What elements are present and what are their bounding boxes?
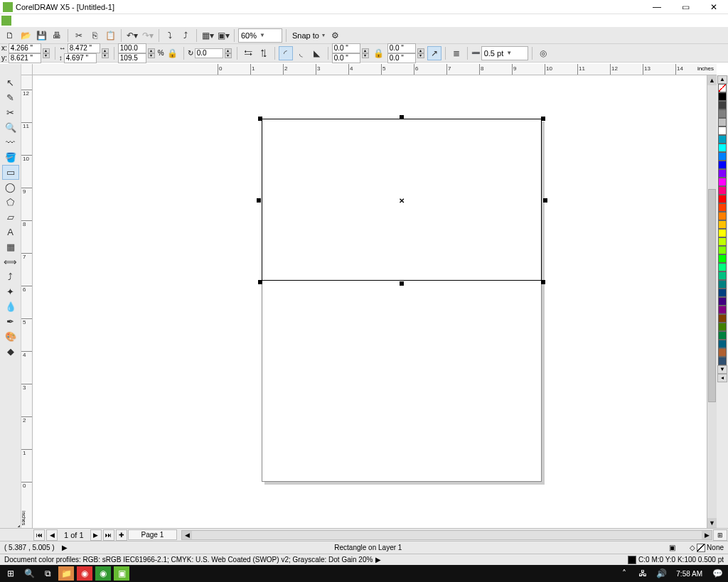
palette-flyout[interactable]: ◂ bbox=[717, 374, 727, 382]
export-button[interactable]: ⤴ bbox=[178, 28, 193, 43]
palette-scroll-up[interactable]: ▲ bbox=[717, 75, 727, 84]
action-center-icon[interactable]: 💬 bbox=[710, 566, 725, 581]
outline-tool[interactable]: ✒ bbox=[2, 314, 19, 329]
ruler-origin[interactable] bbox=[21, 64, 33, 75]
publish-pdf-button[interactable]: ▦▾ bbox=[200, 28, 215, 43]
maximize-button[interactable]: ▭ bbox=[671, 0, 700, 14]
rectangle-tool[interactable]: ▭ bbox=[2, 165, 19, 180]
handle-tm[interactable] bbox=[400, 115, 404, 119]
handle-bl[interactable] bbox=[258, 280, 262, 284]
color-swatch[interactable] bbox=[718, 186, 727, 195]
scale-y-input[interactable] bbox=[118, 53, 146, 63]
color-swatch[interactable] bbox=[718, 144, 727, 152]
color-swatch[interactable] bbox=[718, 229, 727, 237]
scallop-corner-button[interactable]: ◟ bbox=[294, 46, 309, 60]
canvas[interactable]: ✕ ▲ ▼ bbox=[33, 75, 717, 528]
vertical-scrollbar[interactable]: ▲ ▼ bbox=[707, 75, 717, 528]
c2-spin-up[interactable]: ▴ bbox=[417, 48, 424, 53]
taskbar-app-coreldraw[interactable]: ▣ bbox=[114, 566, 129, 581]
snap-to-dropdown[interactable]: Snap to ▾ bbox=[290, 28, 327, 43]
color-swatch[interactable] bbox=[718, 331, 727, 340]
zoom-combo[interactable]: 60% ▼ bbox=[238, 28, 282, 43]
taskbar-app-2[interactable]: ◉ bbox=[77, 566, 92, 581]
color-swatch[interactable] bbox=[718, 254, 727, 263]
import-button[interactable]: ⤵ bbox=[163, 28, 177, 43]
width-input[interactable] bbox=[68, 43, 100, 53]
crop-tool[interactable]: ✂ bbox=[2, 105, 19, 120]
hscroll-right[interactable]: ▶ bbox=[702, 531, 712, 539]
fill-tool[interactable]: 🎨 bbox=[2, 329, 19, 344]
no-fill-swatch[interactable] bbox=[718, 84, 727, 92]
angle-input[interactable] bbox=[195, 48, 223, 58]
connector-tool[interactable]: ⤴ bbox=[2, 269, 19, 284]
taskbar-app-1[interactable]: 📁 bbox=[58, 566, 74, 581]
tray-up-icon[interactable]: ˄ bbox=[616, 566, 632, 581]
size-spin-up[interactable]: ▴ bbox=[102, 48, 109, 53]
horizontal-scrollbar[interactable]: ◀ ▶ bbox=[181, 530, 712, 540]
print-button[interactable] bbox=[50, 28, 64, 43]
color-swatch[interactable] bbox=[718, 280, 727, 289]
shape-tool[interactable]: ✎ bbox=[2, 90, 19, 105]
scale-x-input[interactable] bbox=[118, 43, 146, 53]
corner-br-input[interactable] bbox=[387, 53, 416, 63]
copy-button[interactable] bbox=[87, 28, 102, 43]
wrap-text-button[interactable]: ≣ bbox=[449, 46, 464, 60]
handle-ml[interactable] bbox=[257, 198, 261, 203]
add-page-button[interactable]: ✚ bbox=[116, 529, 127, 541]
chamfer-corner-button[interactable]: ◣ bbox=[310, 46, 324, 60]
dimension-tool[interactable]: ⟺ bbox=[2, 254, 19, 269]
close-button[interactable]: ✕ bbox=[700, 0, 728, 14]
palette-scroll-down[interactable]: ▼ bbox=[717, 365, 727, 374]
new-button[interactable] bbox=[3, 28, 17, 43]
handle-mr[interactable] bbox=[543, 198, 547, 203]
text-tool[interactable]: A bbox=[2, 225, 19, 239]
next-page-button[interactable]: ▶ bbox=[90, 529, 102, 541]
color-swatch[interactable] bbox=[718, 126, 727, 135]
redo-button[interactable]: ▾ bbox=[141, 28, 155, 43]
color-swatch[interactable] bbox=[718, 289, 727, 297]
corner-tr-input[interactable] bbox=[387, 43, 416, 53]
tray-network-icon[interactable]: 🖧 bbox=[635, 566, 651, 581]
interactive-fill-tool[interactable]: ◆ bbox=[2, 344, 19, 359]
freehand-tool[interactable]: 〰 bbox=[2, 135, 19, 150]
smart-fill-tool[interactable]: 🪣 bbox=[2, 150, 19, 165]
outline-swatch-icon[interactable] bbox=[628, 556, 636, 564]
interactive-tool[interactable]: ✦ bbox=[2, 284, 19, 299]
handle-tl[interactable] bbox=[258, 117, 262, 121]
color-swatch[interactable] bbox=[718, 314, 727, 323]
color-swatch[interactable] bbox=[718, 306, 727, 314]
vscroll-up[interactable]: ▲ bbox=[707, 75, 717, 85]
task-view-button[interactable]: ⧉ bbox=[40, 566, 55, 581]
color-swatch[interactable] bbox=[718, 203, 727, 212]
hscroll-left[interactable]: ◀ bbox=[182, 531, 192, 539]
taskbar-app-3[interactable]: ◉ bbox=[95, 566, 111, 581]
color-swatch[interactable] bbox=[718, 92, 727, 101]
pos-spin-up[interactable]: ▴ bbox=[43, 48, 50, 53]
tray-sound-icon[interactable]: 🔊 bbox=[653, 566, 669, 581]
prev-page-button[interactable]: ◀ bbox=[46, 529, 58, 541]
basic-shapes-tool[interactable]: ▱ bbox=[2, 210, 19, 225]
vertical-ruler[interactable]: inches 1211109876543210 bbox=[21, 75, 33, 528]
color-swatch[interactable] bbox=[718, 340, 727, 348]
c1-spin-down[interactable]: ▾ bbox=[362, 53, 369, 58]
search-button[interactable]: 🔍 bbox=[21, 566, 37, 581]
color-swatch[interactable] bbox=[718, 101, 727, 109]
color-swatch[interactable] bbox=[718, 263, 727, 271]
open-button[interactable] bbox=[18, 28, 33, 43]
vscroll-down[interactable]: ▼ bbox=[707, 518, 717, 528]
color-swatch[interactable] bbox=[718, 323, 727, 331]
scale-spin-up[interactable]: ▴ bbox=[148, 48, 155, 53]
fill-indicator-icon[interactable]: ◇ bbox=[690, 544, 695, 551]
color-swatch[interactable] bbox=[718, 271, 727, 280]
first-page-button[interactable]: ⏮ bbox=[33, 529, 45, 541]
polygon-tool[interactable]: ⬠ bbox=[2, 195, 19, 210]
pick-tool[interactable]: ↖ bbox=[2, 75, 19, 90]
lock-corners-button[interactable]: 🔒 bbox=[372, 46, 386, 60]
minimize-button[interactable]: — bbox=[643, 0, 671, 14]
horizontal-ruler[interactable]: inches 01234567891011121314 bbox=[21, 64, 717, 75]
y-position-input[interactable] bbox=[9, 53, 41, 63]
undo-button[interactable]: ▾ bbox=[125, 28, 139, 43]
fill-swatch-icon[interactable] bbox=[697, 544, 705, 552]
corner-bl-input[interactable] bbox=[332, 53, 360, 63]
page-tab[interactable]: Page 1 bbox=[128, 529, 178, 540]
